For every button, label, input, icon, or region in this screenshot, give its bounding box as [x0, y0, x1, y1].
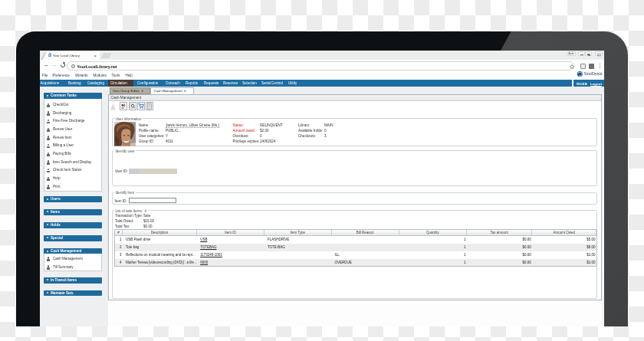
svg-text:SirsiDynix: SirsiDynix: [583, 72, 602, 77]
